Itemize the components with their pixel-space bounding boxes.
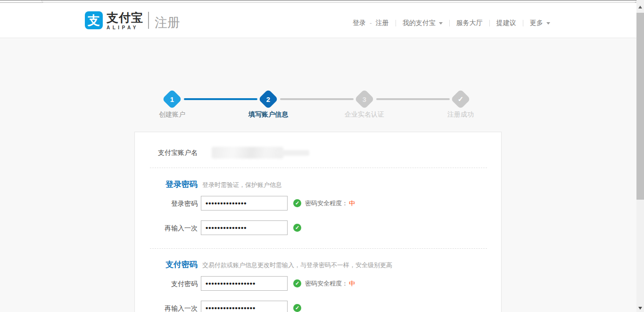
site-header: 支 支付宝 ALIPAY 注册 登录 - 注册 我的支付宝 服务大厅 提建议 更…	[0, 3, 644, 38]
scrollbar-up-button[interactable]	[636, 3, 644, 11]
brand-text: 支付宝 ALIPAY	[107, 11, 143, 30]
brand-name-en: ALIPAY	[107, 25, 143, 30]
pay-password-row: 支付密码 ••••••••••••••••• ✓ 密码安全程度：中	[135, 276, 502, 291]
brand-name-cn: 支付宝	[107, 12, 143, 24]
alipay-logo[interactable]: 支 支付宝 ALIPAY 注册	[85, 11, 180, 30]
step-connector-2	[280, 98, 354, 100]
step-connector-3	[376, 98, 450, 100]
browser-chrome-remnant	[0, 0, 644, 3]
nav-divider	[449, 20, 450, 26]
header-nav: 登录 - 注册 我的支付宝 服务大厅 提建议 更多	[353, 18, 550, 28]
pay-password-section-title: 支付密码	[135, 259, 198, 271]
pay-password-confirm-input[interactable]: •••••••••••••••••	[201, 301, 288, 312]
step-indicator-1: 1	[162, 89, 182, 109]
step-indicator-3: 3	[355, 89, 374, 109]
scrollbar-down-button[interactable]	[636, 304, 644, 312]
valid-check-icon: ✓	[293, 224, 301, 232]
nav-divider	[523, 20, 523, 26]
login-password-row: 登录密码 •••••••••••••• ✓ 密码安全程度：中	[135, 196, 502, 211]
nav-register-link[interactable]: 注册	[376, 19, 389, 27]
section-divider	[150, 248, 487, 249]
section-divider	[150, 168, 487, 168]
nav-divider	[396, 20, 396, 26]
login-password-confirm-label: 再输入一次	[135, 224, 198, 233]
strength-value: 中	[349, 200, 355, 207]
account-name-value-redacted	[212, 147, 283, 159]
step-label-create-account: 创建账户	[134, 110, 210, 119]
scrollbar-down-icon	[638, 307, 642, 310]
alipay-logo-icon: 支	[85, 11, 103, 29]
password-strength: 密码安全程度：中	[305, 276, 355, 291]
account-name-row: 支付宝账户名	[135, 146, 502, 160]
scrollbar-up-icon	[638, 6, 642, 8]
password-strength: 密码安全程度：中	[305, 196, 355, 211]
valid-check-icon: ✓	[293, 279, 301, 287]
pay-password-section-desc: 交易付款或账户信息更改时需输入，与登录密码不一样，安全级别更高	[202, 259, 392, 272]
login-password-label: 登录密码	[135, 200, 198, 208]
page-title: 注册	[155, 14, 180, 31]
nav-my-alipay-link[interactable]: 我的支付宝	[403, 19, 443, 27]
strength-value: 中	[349, 280, 355, 287]
browser-tab-remnant	[41, 0, 636, 3]
login-password-section-title: 登录密码	[135, 178, 198, 191]
step-label-register-success: 注册成功	[423, 110, 498, 119]
pay-password-confirm-row: 再输入一次 ••••••••••••••••• ✓	[135, 301, 502, 312]
chevron-down-icon	[439, 22, 443, 25]
chevron-down-icon	[546, 22, 550, 25]
login-password-confirm-row: 再输入一次 •••••••••••••• ✓	[135, 220, 502, 236]
step-label-enterprise-verification: 企业实名认证	[327, 110, 402, 119]
account-name-label: 支付宝账户名	[135, 149, 198, 157]
login-password-confirm-input[interactable]: ••••••••••••••	[201, 220, 288, 235]
nav-suggestion-link[interactable]: 提建议	[496, 19, 516, 27]
step-indicator-2: 2	[258, 89, 278, 109]
step-label-fill-account-info: 填写账户信息	[231, 110, 306, 119]
nav-login-link[interactable]: 登录	[353, 19, 366, 27]
login-password-section-desc: 登录时需验证，保护账户信息	[202, 178, 282, 192]
logo-divider	[148, 12, 149, 29]
page-background: 1 2 3 ✓ 创建账户 填写账户信息 企业实名认证 注册成功 支付宝账户名 登…	[0, 39, 644, 312]
pay-password-input[interactable]: •••••••••••••••••	[201, 276, 288, 291]
pay-password-section-header: 支付密码 交易付款或账户信息更改时需输入，与登录密码不一样，安全级别更高	[135, 259, 502, 271]
scrollbar-thumb[interactable]	[636, 13, 644, 200]
login-password-input[interactable]: ••••••••••••••	[201, 196, 288, 211]
valid-check-icon: ✓	[293, 304, 301, 312]
vertical-scrollbar[interactable]	[636, 0, 644, 312]
nav-dash: -	[370, 19, 372, 27]
valid-check-icon: ✓	[293, 199, 301, 207]
step-indicator-4: ✓	[451, 89, 471, 109]
step-connector-1	[184, 98, 257, 100]
login-password-section-header: 登录密码 登录时需验证，保护账户信息	[135, 178, 502, 191]
alipay-logo-glyph: 支	[88, 12, 100, 29]
nav-service-hall-link[interactable]: 服务大厅	[456, 19, 483, 27]
nav-divider	[489, 20, 490, 26]
registration-form-card: 支付宝账户名 登录密码 登录时需验证，保护账户信息 登录密码 •••••••••…	[134, 132, 502, 312]
pay-password-label: 支付密码	[135, 280, 198, 288]
alipay-registration-page: 支 支付宝 ALIPAY 注册 登录 - 注册 我的支付宝 服务大厅 提建议 更…	[0, 0, 644, 312]
account-name-value-redacted	[276, 150, 309, 156]
pay-password-confirm-label: 再输入一次	[135, 304, 198, 312]
nav-more-link[interactable]: 更多	[530, 19, 550, 27]
